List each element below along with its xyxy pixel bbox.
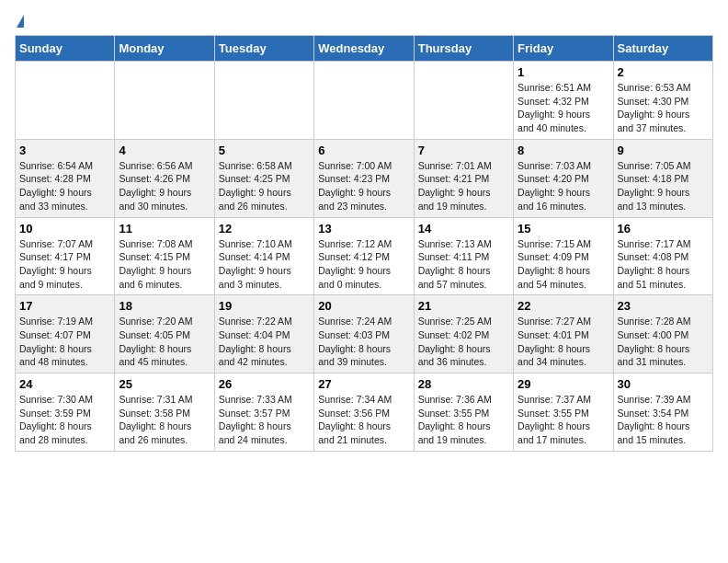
day-info: Sunrise: 7:13 AM Sunset: 4:11 PM Dayligh… [418,237,509,292]
calendar-cell: 18Sunrise: 7:20 AM Sunset: 4:05 PM Dayli… [115,295,214,373]
day-info: Sunrise: 7:34 AM Sunset: 3:56 PM Dayligh… [318,393,409,447]
calendar-cell: 24Sunrise: 7:30 AM Sunset: 3:59 PM Dayli… [16,373,115,452]
calendar-cell: 7Sunrise: 7:01 AM Sunset: 4:21 PM Daylig… [414,139,513,217]
day-number: 10 [19,222,110,236]
calendar-cell: 21Sunrise: 7:25 AM Sunset: 4:02 PM Dayli… [414,295,513,373]
day-number: 15 [518,222,609,236]
day-info: Sunrise: 7:30 AM Sunset: 3:59 PM Dayligh… [19,393,110,447]
day-number: 7 [418,144,509,157]
day-info: Sunrise: 7:00 AM Sunset: 4:23 PM Dayligh… [318,159,409,213]
day-number: 18 [119,299,210,313]
calendar-cell [115,62,214,140]
day-info: Sunrise: 7:24 AM Sunset: 4:03 PM Dayligh… [318,315,409,369]
day-number: 29 [518,377,609,391]
calendar-cell: 14Sunrise: 7:13 AM Sunset: 4:11 PM Dayli… [414,217,513,295]
day-number: 1 [518,65,609,79]
day-number: 24 [19,377,110,391]
day-number: 22 [518,299,609,313]
weekday-header-saturday: Saturday [613,36,712,62]
day-info: Sunrise: 7:10 AM Sunset: 4:14 PM Dayligh… [219,237,310,292]
calendar-cell: 5Sunrise: 6:58 AM Sunset: 4:25 PM Daylig… [214,139,313,217]
calendar-cell: 25Sunrise: 7:31 AM Sunset: 3:58 PM Dayli… [115,373,214,452]
calendar-cell: 27Sunrise: 7:34 AM Sunset: 3:56 PM Dayli… [314,373,414,452]
day-number: 17 [19,299,110,313]
day-info: Sunrise: 7:07 AM Sunset: 4:17 PM Dayligh… [19,237,110,292]
calendar-week-1: 1Sunrise: 6:51 AM Sunset: 4:32 PM Daylig… [16,62,713,140]
calendar-cell: 11Sunrise: 7:08 AM Sunset: 4:15 PM Dayli… [115,217,214,295]
day-number: 8 [518,144,609,157]
day-number: 16 [618,222,709,236]
day-number: 27 [318,377,409,391]
day-number: 25 [119,377,210,391]
calendar-cell [314,62,414,140]
calendar-week-4: 17Sunrise: 7:19 AM Sunset: 4:07 PM Dayli… [16,295,713,373]
day-number: 14 [418,222,509,236]
day-number: 3 [19,144,110,157]
calendar-header-row: SundayMondayTuesdayWednesdayThursdayFrid… [16,36,713,62]
day-info: Sunrise: 7:27 AM Sunset: 4:01 PM Dayligh… [518,315,609,369]
calendar-cell: 6Sunrise: 7:00 AM Sunset: 4:23 PM Daylig… [314,139,414,217]
day-info: Sunrise: 7:20 AM Sunset: 4:05 PM Dayligh… [119,315,210,369]
calendar-cell [214,62,313,140]
calendar-week-2: 3Sunrise: 6:54 AM Sunset: 4:28 PM Daylig… [16,139,713,217]
calendar-cell: 26Sunrise: 7:33 AM Sunset: 3:57 PM Dayli… [214,373,313,452]
weekday-header-tuesday: Tuesday [214,36,313,62]
day-info: Sunrise: 7:17 AM Sunset: 4:08 PM Dayligh… [618,237,709,292]
day-info: Sunrise: 7:15 AM Sunset: 4:09 PM Dayligh… [518,237,609,292]
calendar-cell: 20Sunrise: 7:24 AM Sunset: 4:03 PM Dayli… [314,295,414,373]
day-number: 4 [119,144,210,157]
day-number: 28 [418,377,509,391]
calendar-cell: 23Sunrise: 7:28 AM Sunset: 4:00 PM Dayli… [613,295,712,373]
day-number: 21 [418,299,509,313]
day-number: 5 [219,144,310,157]
day-info: Sunrise: 6:56 AM Sunset: 4:26 PM Dayligh… [119,159,210,213]
calendar-cell: 16Sunrise: 7:17 AM Sunset: 4:08 PM Dayli… [613,217,712,295]
day-info: Sunrise: 7:12 AM Sunset: 4:12 PM Dayligh… [318,237,409,292]
day-number: 20 [318,299,409,313]
weekday-header-friday: Friday [514,36,613,62]
calendar-cell: 1Sunrise: 6:51 AM Sunset: 4:32 PM Daylig… [514,62,613,140]
calendar-cell: 19Sunrise: 7:22 AM Sunset: 4:04 PM Dayli… [214,295,313,373]
day-info: Sunrise: 7:36 AM Sunset: 3:55 PM Dayligh… [418,393,509,447]
day-number: 11 [119,222,210,236]
weekday-header-sunday: Sunday [16,36,115,62]
logo [15,15,24,28]
day-number: 9 [618,144,709,157]
day-info: Sunrise: 7:31 AM Sunset: 3:58 PM Dayligh… [119,393,210,447]
day-number: 26 [219,377,310,391]
day-info: Sunrise: 7:22 AM Sunset: 4:04 PM Dayligh… [219,315,310,369]
calendar-cell: 29Sunrise: 7:37 AM Sunset: 3:55 PM Dayli… [514,373,613,452]
calendar-cell: 22Sunrise: 7:27 AM Sunset: 4:01 PM Dayli… [514,295,613,373]
day-info: Sunrise: 6:54 AM Sunset: 4:28 PM Dayligh… [19,159,110,213]
day-number: 30 [618,377,709,391]
calendar-cell: 30Sunrise: 7:39 AM Sunset: 3:54 PM Dayli… [613,373,712,452]
day-info: Sunrise: 6:51 AM Sunset: 4:32 PM Dayligh… [518,81,609,135]
calendar-cell: 13Sunrise: 7:12 AM Sunset: 4:12 PM Dayli… [314,217,414,295]
calendar-cell [414,62,513,140]
day-number: 13 [318,222,409,236]
calendar-cell: 12Sunrise: 7:10 AM Sunset: 4:14 PM Dayli… [214,217,313,295]
calendar-table: SundayMondayTuesdayWednesdayThursdayFrid… [15,35,713,452]
day-number: 23 [618,299,709,313]
calendar-cell: 2Sunrise: 6:53 AM Sunset: 4:30 PM Daylig… [613,62,712,140]
calendar-cell: 15Sunrise: 7:15 AM Sunset: 4:09 PM Dayli… [514,217,613,295]
calendar-cell: 4Sunrise: 6:56 AM Sunset: 4:26 PM Daylig… [115,139,214,217]
calendar-cell: 17Sunrise: 7:19 AM Sunset: 4:07 PM Dayli… [16,295,115,373]
day-number: 19 [219,299,310,313]
day-info: Sunrise: 7:05 AM Sunset: 4:18 PM Dayligh… [618,159,709,213]
day-info: Sunrise: 7:39 AM Sunset: 3:54 PM Dayligh… [618,393,709,447]
weekday-header-monday: Monday [115,36,214,62]
weekday-header-wednesday: Wednesday [314,36,414,62]
calendar-cell: 10Sunrise: 7:07 AM Sunset: 4:17 PM Dayli… [16,217,115,295]
day-info: Sunrise: 7:25 AM Sunset: 4:02 PM Dayligh… [418,315,509,369]
day-info: Sunrise: 7:08 AM Sunset: 4:15 PM Dayligh… [119,237,210,292]
day-number: 6 [318,144,409,157]
day-info: Sunrise: 7:03 AM Sunset: 4:20 PM Dayligh… [518,159,609,213]
day-number: 2 [618,65,709,79]
calendar-cell [16,62,115,140]
calendar-week-5: 24Sunrise: 7:30 AM Sunset: 3:59 PM Dayli… [16,373,713,452]
day-info: Sunrise: 7:28 AM Sunset: 4:00 PM Dayligh… [618,315,709,369]
day-info: Sunrise: 6:58 AM Sunset: 4:25 PM Dayligh… [219,159,310,213]
day-info: Sunrise: 7:37 AM Sunset: 3:55 PM Dayligh… [518,393,609,447]
day-info: Sunrise: 7:01 AM Sunset: 4:21 PM Dayligh… [418,159,509,213]
